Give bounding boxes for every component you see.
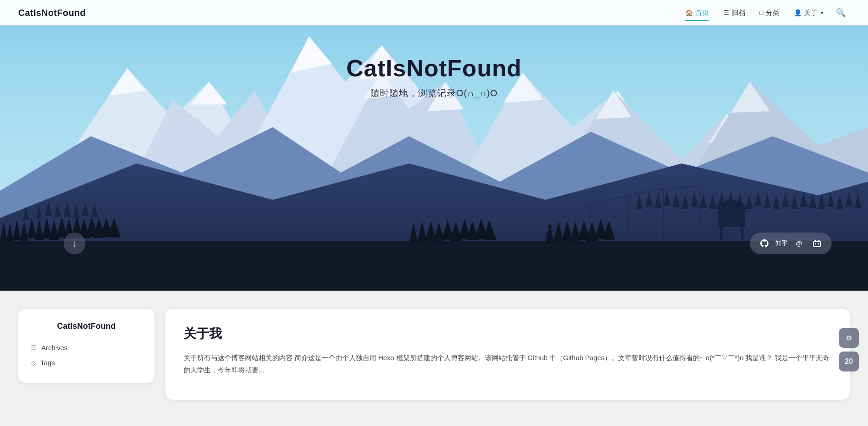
zhihu-label[interactable]: 知乎 bbox=[775, 239, 788, 248]
hero-section: CatIsNotFound 随时随地，浏览记录O(∩_∩)O ↓ 知乎 @ bbox=[0, 0, 868, 291]
sidebar-card: CatIsNotFound ☰ Archives ◇ Tags bbox=[18, 309, 155, 383]
nav-item-archives[interactable]: ☰ 归档 bbox=[717, 6, 752, 20]
chevron-down-icon: ▾ bbox=[821, 10, 823, 16]
sidebar: CatIsNotFound ☰ Archives ◇ Tags bbox=[18, 309, 155, 400]
svg-rect-102 bbox=[741, 227, 743, 240]
svg-rect-54 bbox=[0, 241, 868, 291]
github-button[interactable] bbox=[757, 236, 772, 251]
archive-sidebar-icon: ☰ bbox=[31, 344, 37, 352]
svg-rect-99 bbox=[718, 209, 745, 227]
social-bar: 知乎 @ bbox=[750, 233, 832, 254]
settings-fab-button[interactable]: ⚙ bbox=[839, 328, 859, 348]
scroll-top-fab-button[interactable]: 20 bbox=[839, 352, 859, 372]
svg-rect-101 bbox=[720, 227, 723, 240]
count-label: 20 bbox=[845, 357, 853, 366]
mountains-illustration bbox=[0, 0, 868, 291]
navbar: CatIsNotFound 🏠 首页 ☰ 归档 □ 分类 👤 关于 ▾ 🔍 bbox=[0, 0, 868, 25]
nav-item-home[interactable]: 🏠 首页 bbox=[679, 6, 715, 20]
scroll-down-button[interactable]: ↓ bbox=[64, 233, 85, 254]
content-area: CatIsNotFound ☰ Archives ◇ Tags 关于我 关于所有… bbox=[0, 291, 868, 426]
hero-title: CatIsNotFound bbox=[346, 54, 522, 82]
sidebar-link-tags[interactable]: ◇ Tags bbox=[29, 355, 144, 370]
about-title: 关于我 bbox=[184, 325, 832, 342]
nav-item-categories[interactable]: □ 分类 bbox=[753, 6, 786, 20]
navbar-logo[interactable]: CatIsNotFound bbox=[18, 8, 86, 18]
email-button[interactable]: @ bbox=[792, 236, 806, 251]
main-content: 关于我 关于所有与这个博客网站相关的内容 简介这是一个由个人独自用 Hexo 框… bbox=[165, 309, 850, 400]
hero-text: CatIsNotFound 随时随地，浏览记录O(∩_∩)O bbox=[346, 54, 522, 99]
bilibili-button[interactable] bbox=[810, 236, 824, 251]
categories-icon: □ bbox=[760, 9, 763, 16]
sidebar-link-archives[interactable]: ☰ Archives bbox=[29, 340, 144, 355]
gear-icon: ⚙ bbox=[846, 334, 852, 342]
archive-icon: ☰ bbox=[723, 9, 729, 16]
hero-subtitle: 随时随地，浏览记录O(∩_∩)O bbox=[346, 87, 522, 99]
nav-item-about[interactable]: 👤 关于 ▾ bbox=[788, 6, 830, 20]
svg-point-103 bbox=[548, 224, 552, 228]
navbar-links: 🏠 首页 ☰ 归档 □ 分类 👤 关于 ▾ 🔍 bbox=[679, 4, 850, 22]
home-icon: 🏠 bbox=[685, 9, 693, 16]
about-body: 关于所有与这个博客网站相关的内容 简介这是一个由个人独自用 Hexo 框架所搭建… bbox=[184, 352, 832, 376]
arrow-down-icon: ↓ bbox=[72, 238, 77, 249]
search-button[interactable]: 🔍 bbox=[832, 4, 850, 22]
sidebar-site-name: CatIsNotFound bbox=[29, 322, 144, 331]
fab-area: ⚙ 20 bbox=[839, 328, 859, 372]
tags-sidebar-icon: ◇ bbox=[31, 359, 36, 367]
user-icon: 👤 bbox=[794, 9, 802, 16]
